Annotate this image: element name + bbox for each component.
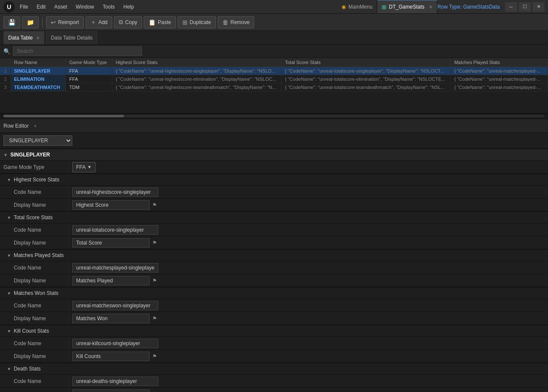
highest-score-display-input[interactable]: [72, 200, 150, 210]
singleplayer-section-header[interactable]: ▼ SINGLEPLAYER: [0, 149, 548, 161]
duplicate-button[interactable]: ⊞ Duplicate: [178, 16, 216, 28]
menu-help[interactable]: Help: [122, 3, 136, 11]
add-icon: ＋: [90, 18, 96, 26]
data-table-container: Row Name Game Mode Type Highest Score St…: [0, 58, 548, 114]
col-game-mode[interactable]: Game Mode Type: [66, 58, 112, 67]
search-bar: 🔍: [0, 45, 548, 58]
table-row[interactable]: 3 TEAMDEATHMATCH TDM { "CodeName": "unre…: [0, 83, 548, 92]
game-mode-dropdown[interactable]: FFA ▼: [72, 162, 95, 172]
total-score-2: { "CodeName": "unreal-totalscore-elimina…: [281, 75, 450, 83]
search-input[interactable]: [13, 46, 142, 56]
sub-tab-data-table-close[interactable]: ✕: [36, 36, 40, 40]
menu-window[interactable]: Window: [74, 3, 96, 11]
matches-won-code-input[interactable]: [72, 301, 158, 310]
row-selector: SINGLEPLAYER ELIMINATION TEAMDEATHMATCH: [0, 133, 548, 149]
duplicate-icon: ⊞: [182, 19, 188, 26]
browse-button[interactable]: 📁: [22, 16, 39, 28]
tab-dt-gamestats[interactable]: ▦ DT_GameStats ✕: [377, 0, 437, 13]
matches-played-display-input[interactable]: [72, 276, 150, 285]
ue-logo: U: [3, 1, 15, 12]
total-score-display-label: Display Name: [0, 236, 69, 249]
row-num-3: 3: [0, 83, 10, 92]
col-row-name[interactable]: Row Name: [10, 58, 66, 67]
game-mode-2: FFA: [66, 75, 112, 83]
singleplayer-arrow: ▼: [3, 153, 8, 157]
table-scrollbar-track: [3, 115, 545, 117]
duplicate-label: Duplicate: [190, 19, 211, 25]
tab-main-menu[interactable]: ◉ MainMenu: [337, 0, 377, 13]
col-matches-played[interactable]: Matches Played Stats: [450, 58, 548, 67]
add-button[interactable]: ＋ Add: [86, 16, 112, 28]
row-editor-header: Row Editor ×: [0, 119, 548, 133]
flag-icon-matches-won[interactable]: ⚑: [152, 315, 157, 322]
reimport-label: Reimport: [58, 19, 79, 25]
kill-count-display-input[interactable]: [72, 352, 150, 361]
death-stats-code-input[interactable]: [72, 377, 158, 386]
matches-won-display-input[interactable]: [72, 314, 150, 323]
flag-icon-matches-played[interactable]: ⚑: [152, 278, 157, 284]
kill-count-section-header[interactable]: ▼ Kill Count Stats: [0, 325, 548, 337]
dt-gamestats-icon: ▦: [382, 4, 386, 10]
singleplayer-section-name: SINGLEPLAYER: [10, 152, 50, 158]
row-editor-close-button[interactable]: ×: [34, 123, 37, 129]
main-menu-icon: ◉: [342, 4, 346, 10]
matches-played-1: { "CodeName": "unreal-matchesplayed-...: [450, 67, 548, 75]
menu-asset[interactable]: Asset: [52, 3, 69, 11]
kill-count-section-name: Kill Count Stats: [14, 328, 49, 334]
row-dropdown[interactable]: SINGLEPLAYER ELIMINATION TEAMDEATHMATCH: [3, 135, 72, 146]
death-stats-code-value-area: [69, 377, 548, 386]
highest-score-code-value-area: [69, 187, 548, 197]
kill-count-code-input[interactable]: [72, 339, 158, 348]
toolbar-separator-1: [42, 17, 43, 28]
matches-won-arrow: ▼: [7, 291, 11, 296]
game-mode-3: TDM: [66, 83, 112, 92]
sub-tab-data-table-details[interactable]: Data Table Details: [46, 31, 97, 44]
total-score-code-input[interactable]: [72, 225, 158, 235]
death-stats-display-row: Display Name ⚑: [0, 388, 548, 392]
remove-button[interactable]: 🗑 Remove: [218, 16, 255, 28]
highest-score-2: { "CodeName": "unreal-highestscore-elimi…: [112, 75, 281, 83]
paste-button[interactable]: 📋 Paste: [144, 16, 176, 28]
col-total-score[interactable]: Total Score Stats: [281, 58, 450, 67]
col-highest-score[interactable]: Highest Score Stats: [112, 58, 281, 67]
highest-score-arrow: ▼: [7, 178, 11, 182]
menu-file[interactable]: File: [18, 3, 30, 11]
table-row[interactable]: 1 SINGLEPLAYER FFA { "CodeName": "unreal…: [0, 67, 548, 75]
maximize-button[interactable]: ☐: [519, 2, 531, 12]
matches-won-code-label: Code Name: [0, 299, 69, 312]
kill-count-display-label: Display Name: [0, 350, 69, 362]
kill-count-code-value-area: [69, 339, 548, 348]
game-mode-1: FFA: [66, 67, 112, 75]
minimize-button[interactable]: ─: [505, 2, 517, 12]
row-editor-title: Row Editor: [3, 123, 29, 129]
death-stats-display-input[interactable]: [72, 389, 150, 392]
row-num-2: 2: [0, 75, 10, 83]
matches-won-display-value-area: ⚑: [69, 314, 548, 323]
close-button[interactable]: ✕: [533, 2, 545, 12]
matches-played-section-header[interactable]: ▼ Matches Played Stats: [0, 249, 548, 261]
highest-score-code-input[interactable]: [72, 187, 158, 197]
copy-button[interactable]: ⧉ Copy: [114, 16, 142, 28]
total-score-section-header[interactable]: ▼ Total Score Stats: [0, 211, 548, 224]
total-score-display-input[interactable]: [72, 238, 150, 248]
row-name-3: TEAMDEATHMATCH: [10, 83, 66, 92]
highest-score-section-header[interactable]: ▼ Highest Score Stats: [0, 174, 548, 186]
save-button[interactable]: 💾: [3, 16, 20, 28]
dt-gamestats-close[interactable]: ✕: [429, 4, 433, 10]
flag-icon-total[interactable]: ⚑: [152, 240, 157, 246]
reimport-button[interactable]: ↩ Reimport: [46, 16, 84, 28]
matches-played-code-input[interactable]: [72, 263, 158, 273]
flag-icon[interactable]: ⚑: [152, 202, 157, 208]
matches-won-section-header[interactable]: ▼ Matches Won Stats: [0, 287, 548, 299]
table-row[interactable]: 2 ELIMINATION FFA { "CodeName": "unreal-…: [0, 75, 548, 83]
table-scrollbar-thumb[interactable]: [3, 115, 124, 117]
flag-icon-kill-count[interactable]: ⚑: [152, 353, 157, 359]
menu-tools[interactable]: Tools: [101, 3, 117, 11]
death-stats-section-header[interactable]: ▼ Death Stats: [0, 363, 548, 375]
death-stats-section-name: Death Stats: [14, 366, 41, 372]
copy-label: Copy: [125, 19, 137, 25]
sub-tab-details-label: Data Table Details: [51, 35, 92, 41]
death-stats-code-label: Code Name: [0, 375, 69, 387]
menu-edit[interactable]: Edit: [35, 3, 47, 11]
sub-tab-data-table[interactable]: Data Table ✕: [3, 31, 44, 44]
